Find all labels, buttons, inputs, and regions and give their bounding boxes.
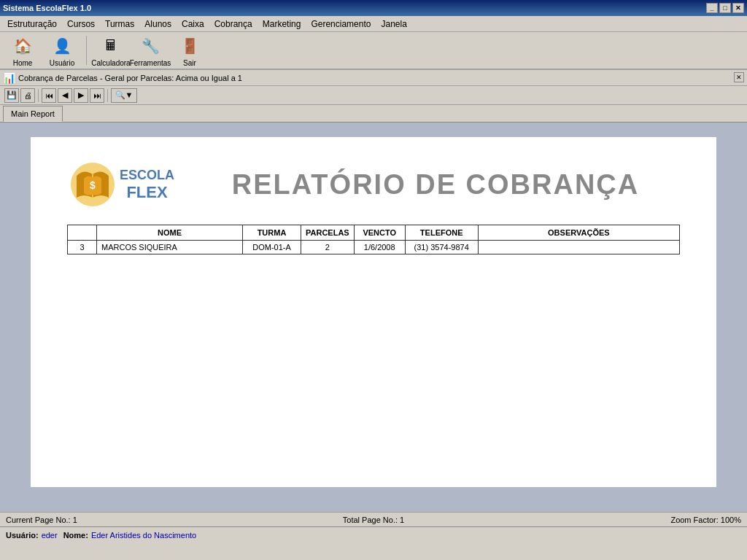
title-bar-buttons: _ □ ✕ xyxy=(706,3,744,13)
report-scroll-area[interactable]: $ ESCOLA FLEX RELATÓRIO DE COBRANÇA NOME… xyxy=(0,122,747,512)
col-header-num xyxy=(68,225,97,241)
usuario-button[interactable]: 👤 Usuário xyxy=(44,33,80,69)
logo-flex-text: FLEX xyxy=(126,183,167,202)
toolbar: 🏠 Home 👤 Usuário 🖩 Calculadora 🔧 Ferrame… xyxy=(0,32,747,70)
prev-page-button[interactable]: ◀ xyxy=(58,88,72,103)
menu-turmas[interactable]: Turmas xyxy=(101,18,139,31)
cell-parcelas: 2 xyxy=(301,241,355,254)
next-page-button[interactable]: ▶ xyxy=(74,88,88,103)
ferramentas-icon: 🔧 xyxy=(139,34,162,58)
menu-bar: Estruturação Cursos Turmas Alunos Caixa … xyxy=(0,16,747,32)
tab-window-close-button[interactable]: ✕ xyxy=(734,72,744,82)
escola-flex-emblem-icon: $ xyxy=(69,161,117,209)
nome-label: Nome: xyxy=(63,531,88,540)
report-table-body: 3 MARCOS SIQUEIRA DOM-01-A 2 1/6/2008 (3… xyxy=(68,241,680,254)
usuario-label: Usuário xyxy=(50,59,74,67)
menu-cursos[interactable]: Cursos xyxy=(63,18,99,31)
cell-num: 3 xyxy=(68,241,97,254)
logo-area: $ ESCOLA FLEX xyxy=(67,159,191,210)
report-table: NOME TURMA PARCELAS VENCTO TELEFONE OBSE… xyxy=(67,225,680,254)
report-toolbar: 💾 🖨 ⏮ ◀ ▶ ⏭ 🔍▼ xyxy=(0,86,747,105)
bottom-bar: Usuário: eder Nome: Eder Aristides do Na… xyxy=(0,526,747,542)
home-label: Home xyxy=(13,59,33,67)
usuario-value: eder xyxy=(42,531,58,540)
report-title: RELATÓRIO DE COBRANÇA xyxy=(191,169,680,201)
zoom-status: Zoom Factor: 100% xyxy=(496,516,741,524)
nome-value: Eder Aristides do Nascimento xyxy=(91,531,196,540)
menu-marketing[interactable]: Marketing xyxy=(258,18,306,31)
print-report-button[interactable]: 🖨 xyxy=(20,88,35,103)
table-row: 3 MARCOS SIQUEIRA DOM-01-A 2 1/6/2008 (3… xyxy=(68,241,680,254)
ferramentas-label: Ferramentas xyxy=(130,59,171,67)
report-page: $ ESCOLA FLEX RELATÓRIO DE COBRANÇA NOME… xyxy=(31,137,716,487)
cell-vencto: 1/6/2008 xyxy=(354,241,405,254)
tab-window-title: Cobrança de Parcelas - Geral por Parcela… xyxy=(18,74,242,82)
current-page-status: Current Page No.: 1 xyxy=(6,516,251,524)
tab-row: Main Report xyxy=(0,105,747,122)
save-report-button[interactable]: 💾 xyxy=(4,88,19,103)
sair-button[interactable]: 🚪 Sair xyxy=(171,33,208,69)
col-header-turma: TURMA xyxy=(243,225,301,241)
sair-icon: 🚪 xyxy=(178,34,201,58)
calculadora-label: Calculadora xyxy=(91,59,130,67)
maximize-button[interactable]: □ xyxy=(719,3,731,13)
toolbar-separator xyxy=(86,36,87,65)
minimize-button[interactable]: _ xyxy=(706,3,718,13)
home-button[interactable]: 🏠 Home xyxy=(4,33,41,69)
close-button[interactable]: ✕ xyxy=(732,3,744,13)
last-page-button[interactable]: ⏭ xyxy=(90,88,104,103)
col-header-nome: NOME xyxy=(97,225,243,241)
app-title: Sistema EscolaFlex 1.0 xyxy=(3,4,91,12)
logo-box: $ ESCOLA FLEX xyxy=(67,159,177,210)
usuario-label: Usuário: xyxy=(6,531,39,540)
home-icon: 🏠 xyxy=(11,34,34,58)
usuario-icon: 👤 xyxy=(50,34,74,58)
tab-window-bar: 📊 Cobrança de Parcelas - Geral por Parce… xyxy=(0,70,747,86)
main-report-tab[interactable]: Main Report xyxy=(3,106,63,122)
menu-janela[interactable]: Janela xyxy=(376,18,411,31)
menu-caixa[interactable]: Caixa xyxy=(177,18,209,31)
ferramentas-button[interactable]: 🔧 Ferramentas xyxy=(132,33,169,69)
menu-gerenciamento[interactable]: Gerenciamento xyxy=(306,18,375,31)
total-page-status: Total Page No.: 1 xyxy=(251,516,496,524)
menu-alunos[interactable]: Alunos xyxy=(140,18,176,31)
col-header-obs: OBSERVAÇÕES xyxy=(478,225,679,241)
menu-cobranca[interactable]: Cobrança xyxy=(210,18,257,31)
report-toolbar-sep1 xyxy=(38,89,39,102)
cell-obs xyxy=(478,241,679,254)
cell-telefone: (31) 3574-9874 xyxy=(405,241,478,254)
calculadora-button[interactable]: 🖩 Calculadora xyxy=(93,33,129,69)
calculadora-icon: 🖩 xyxy=(99,34,123,58)
col-header-telefone: TELEFONE xyxy=(405,225,478,241)
col-header-parcelas: PARCELAS xyxy=(301,225,355,241)
first-page-button[interactable]: ⏮ xyxy=(42,88,56,103)
zoom-report-button[interactable]: 🔍▼ xyxy=(111,88,137,103)
sair-label: Sair xyxy=(183,59,196,67)
status-bar: Current Page No.: 1 Total Page No.: 1 Zo… xyxy=(0,512,747,526)
cell-turma: DOM-01-A xyxy=(243,241,301,254)
col-header-vencto: VENCTO xyxy=(354,225,405,241)
title-bar: Sistema EscolaFlex 1.0 _ □ ✕ xyxy=(0,0,747,16)
report-toolbar-sep2 xyxy=(107,89,108,102)
svg-text:$: $ xyxy=(90,179,96,191)
menu-estruturacao[interactable]: Estruturação xyxy=(3,18,61,31)
cell-nome: MARCOS SIQUEIRA xyxy=(97,241,243,254)
logo-escola-text: ESCOLA xyxy=(120,168,174,183)
report-header: $ ESCOLA FLEX RELATÓRIO DE COBRANÇA xyxy=(67,159,680,210)
